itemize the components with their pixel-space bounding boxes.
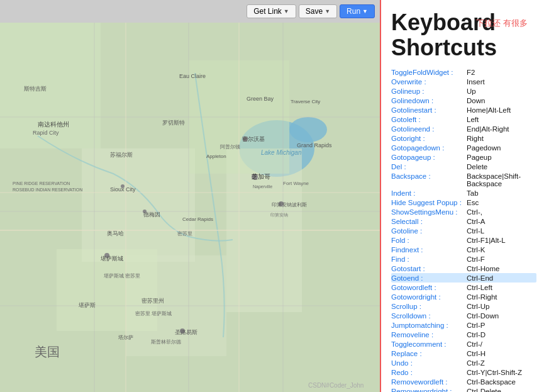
shortcut-name: Selectall : [391,218,467,225]
shortcut-row: Selectall :Ctrl-A [391,216,536,226]
shortcut-key: Ctrl-/ [467,340,536,348]
svg-text:Naperville: Naperville [253,184,272,189]
shortcut-name: Gotolineend : [391,125,467,133]
svg-text:Fort Wayne: Fort Wayne [283,181,309,186]
shortcut-name: Gotowordleft : [391,284,467,291]
svg-text:ROSEBUD INDIAN RESERVATION: ROSEBUD INDIAN RESERVATION [13,188,82,192]
svg-text:印第安纳波利斯: 印第安纳波利斯 [272,202,307,208]
shortcut-key: Ctrl-End [467,274,536,282]
shortcut-row: Gotopageup :Pageup [391,152,536,162]
shortcut-name: Fold : [391,237,467,244]
shortcut-row: Gotopagedown :Pagedown [391,143,536,152]
shortcut-key: Left [467,116,536,123]
svg-text:堪萨斯城 密苏里: 堪萨斯城 密苏里 [103,273,140,279]
shortcut-key: Esc [467,199,536,206]
shortcut-key: Backspace|Shift-Backspace [467,172,536,188]
shortcut-key: Ctrl-Right [467,293,536,301]
shortcut-row: Jumptomatching :Ctrl-P [391,320,536,330]
shortcut-row: Gotowordleft :Ctrl-Left [391,283,536,292]
shortcut-key: Ctrl-K [467,246,536,254]
svg-text:Grand Rapids: Grand Rapids [297,142,332,148]
svg-text:堪萨斯: 堪萨斯 [78,302,96,308]
shortcut-row: Gotoleft :Left [391,115,536,124]
shortcut-key: Ctrl-Z [467,359,536,367]
shortcut-row: Gotoend :Ctrl-End [391,273,536,283]
shortcut-name: Gotopagedown : [391,144,467,152]
shortcut-row: Golineup :Up [391,86,536,96]
shortcut-row: Hide Suggest Popup :Esc [391,198,536,207]
note-text: 下拉还 有很多 [476,18,528,29]
shortcut-name: Gotoleft : [391,116,467,123]
shortcut-key: Ctrl-P [467,322,536,329]
shortcut-name: Scrolldown : [391,312,467,320]
shortcut-row: Removewordright :Ctrl-Delete [391,386,536,392]
shortcut-key: Ctrl-Delete [467,388,536,392]
shortcut-row: Del :Delete [391,162,536,171]
svg-rect-4 [82,148,195,262]
svg-text:Traverse City: Traverse City [291,99,320,104]
svg-text:印第安纳: 印第安纳 [270,213,288,217]
shortcut-name: Findnext : [391,246,467,254]
shortcut-key: Ctrl-L [467,227,536,235]
shortcut-key: Ctrl-, [467,208,536,216]
svg-text:密尔沃基: 密尔沃基 [242,136,265,142]
save-dropdown-arrow: ▼ [325,8,330,14]
shortcut-name: Gotopageup : [391,154,467,161]
shortcut-key: Ctrl-Up [467,303,536,310]
shortcut-row: Golinedown :Down [391,96,536,105]
shortcut-row: Gotowordright :Ctrl-Right [391,292,536,301]
svg-text:芝加哥: 芝加哥 [252,173,270,180]
shortcut-name: Indent : [391,189,467,197]
shortcut-key: Ctrl-F [467,255,536,263]
svg-text:Rapid City: Rapid City [33,130,59,136]
save-button[interactable]: Save ▼ [299,4,337,18]
svg-point-2 [289,117,327,142]
svg-text:密苏里: 密苏里 [177,231,192,237]
shortcut-key: Home|Alt-Left [467,106,536,114]
svg-text:南达科他州: 南达科他州 [38,121,69,128]
shortcut-key: Delete [467,163,536,171]
shortcut-name: Golineup : [391,87,467,95]
map-container: Get Link ▼ Save ▼ Run ▼ [0,0,380,392]
get-link-button[interactable]: Get Link ▼ [247,4,296,18]
shortcut-key: Pageup [467,154,536,161]
shortcut-key: Ctrl-H [467,350,536,357]
shortcut-row: Gotoline :Ctrl-L [391,226,536,235]
shortcut-key: Up [467,87,536,95]
get-link-dropdown-arrow: ▼ [284,8,289,14]
svg-text:Cedar Rapids: Cedar Rapids [182,216,213,222]
svg-text:PINE RIDGE RESERVATION: PINE RIDGE RESERVATION [13,181,70,186]
shortcut-name: Togglecomment : [391,340,467,348]
svg-text:罗切斯特: 罗切斯特 [162,120,185,126]
shortcut-row: Replace :Ctrl-H [391,349,536,358]
shortcut-name: Gotolinestart : [391,106,467,114]
shortcut-name: Del : [391,163,467,171]
shortcut-row: Undo :Ctrl-Z [391,358,536,367]
shortcut-key: Ctrl-Backspace [467,378,536,386]
shortcut-name: Scrollup : [391,303,467,310]
shortcut-name: Hide Suggest Popup : [391,199,467,206]
svg-text:堪萨斯城: 堪萨斯城 [100,255,123,262]
shortcut-key: Tab [467,189,536,197]
shortcut-name: Gotoline : [391,227,467,235]
shortcut-name: Jumptomatching : [391,322,467,329]
svg-text:奥马哈: 奥马哈 [107,230,124,237]
shortcut-row: Backspace :Backspace|Shift-Backspace [391,171,536,188]
shortcut-name: ToggleFoldWidget : [391,69,467,76]
run-dropdown-arrow: ▼ [362,8,368,14]
run-button[interactable]: Run ▼ [340,4,375,18]
svg-text:CSDN#Coder_John: CSDN#Coder_John [308,382,364,389]
shortcut-name: Removewordleft : [391,378,467,386]
svg-text:德梅因: 德梅因 [143,211,160,218]
map-display: Lake Michigan 斯特吉斯 南达科他州 Rapid City 苏福尔斯… [0,23,380,392]
svg-text:斯普林菲尔德: 斯普林菲尔德 [151,339,181,345]
shortcut-key: Down [467,97,536,104]
shortcut-row: Redo :Ctrl-Y|Ctrl-Shift-Z [391,367,536,377]
shortcut-key: Ctrl-Down [467,312,536,320]
shortcut-row: ShowSettingsMenu :Ctrl-, [391,207,536,216]
shortcut-name: Golinedown : [391,97,467,104]
shortcut-key: Ctrl-F1|Alt-L [467,237,536,244]
shortcut-row: Removeline :Ctrl-D [391,330,536,339]
shortcut-name: Find : [391,255,467,263]
shortcut-key: Pagedown [467,144,536,152]
